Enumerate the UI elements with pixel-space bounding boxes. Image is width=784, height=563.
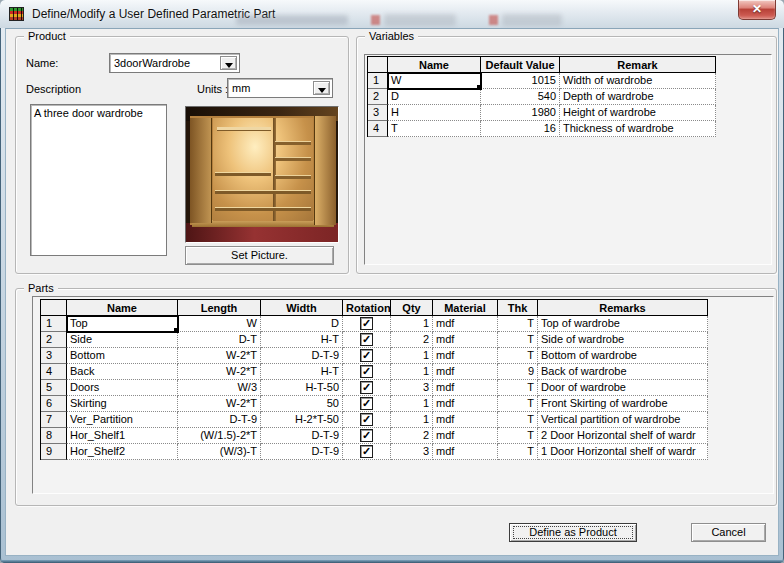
part-material-cell[interactable]: mdf — [433, 380, 498, 396]
define-as-product-button[interactable]: Define as Product — [509, 523, 637, 542]
rotation-checkbox[interactable]: ✓ — [360, 397, 373, 410]
part-width-cell[interactable]: H-T — [261, 364, 343, 380]
part-material-cell[interactable]: mdf — [433, 348, 498, 364]
product-name-combobox[interactable]: 3doorWardrobe — [109, 53, 240, 73]
description-textarea[interactable]: A three door wardrobe — [30, 104, 167, 256]
part-length-cell[interactable]: W — [178, 316, 261, 332]
variable-remark-cell[interactable]: Thickness of wardrobe — [560, 121, 716, 137]
part-qty-cell[interactable]: 3 — [391, 444, 433, 460]
part-name-cell[interactable]: Doors — [67, 380, 178, 396]
row-number-cell[interactable]: 9 — [41, 444, 67, 460]
rotation-checkbox[interactable]: ✓ — [360, 381, 373, 394]
part-qty-cell[interactable]: 1 — [391, 364, 433, 380]
row-number-cell[interactable]: 3 — [368, 105, 388, 121]
part-length-cell[interactable]: (W/1.5)-2*T — [178, 428, 261, 444]
variable-default-value-cell[interactable]: 1015 — [481, 73, 560, 89]
part-width-cell[interactable]: H-T-50 — [261, 380, 343, 396]
row-number-cell[interactable]: 5 — [41, 380, 67, 396]
set-picture-button[interactable]: Set Picture. — [185, 246, 334, 265]
part-qty-cell[interactable]: 1 — [391, 412, 433, 428]
part-width-cell[interactable]: D-T-9 — [261, 444, 343, 460]
units-combobox[interactable]: mm — [227, 78, 333, 98]
variable-remark-cell[interactable]: Height of wardrobe — [560, 105, 716, 121]
part-material-cell[interactable]: mdf — [433, 332, 498, 348]
table-row[interactable]: 1 Top W D ✓ 1 mdf T Top of wardrobe — [41, 316, 708, 332]
row-number-cell[interactable]: 1 — [368, 73, 388, 89]
part-length-cell[interactable]: W-2*T — [178, 348, 261, 364]
part-name-cell[interactable]: Hor_Shelf2 — [67, 444, 178, 460]
row-number-cell[interactable]: 1 — [41, 316, 67, 332]
variable-name-cell[interactable]: T — [388, 121, 481, 137]
variable-default-value-cell[interactable]: 540 — [481, 89, 560, 105]
table-row[interactable]: 8 Hor_Shelf1 (W/1.5)-2*T D-T-9 ✓ 2 mdf T — [41, 428, 708, 444]
part-rotation-cell[interactable]: ✓ — [343, 428, 391, 444]
table-row[interactable]: 7 Ver_Partition D-T-9 H-2*T-50 ✓ 1 mdf T — [41, 412, 708, 428]
row-number-cell[interactable]: 2 — [368, 89, 388, 105]
part-length-cell[interactable]: W-2*T — [178, 396, 261, 412]
part-name-cell[interactable]: Top — [67, 316, 178, 332]
part-length-cell[interactable]: D-T-9 — [178, 412, 261, 428]
table-row[interactable]: 1 W 1015 Width of wardrobe — [368, 73, 716, 89]
table-row[interactable]: 4 Back W-2*T H-T ✓ 1 mdf 9 Back of w — [41, 364, 708, 380]
part-width-cell[interactable]: D-T-9 — [261, 348, 343, 364]
part-rotation-cell[interactable]: ✓ — [343, 380, 391, 396]
title-bar[interactable]: Define/Modify a User Defined Parametric … — [0, 0, 784, 28]
part-thk-cell[interactable]: T — [498, 444, 538, 460]
variable-name-cell[interactable]: D — [388, 89, 481, 105]
table-row[interactable]: 5 Doors W/3 H-T-50 ✓ 3 mdf T Door of — [41, 380, 708, 396]
part-thk-cell[interactable]: T — [498, 316, 538, 332]
part-thk-cell[interactable]: T — [498, 380, 538, 396]
row-number-cell[interactable]: 4 — [368, 121, 388, 137]
table-row[interactable]: 3 H 1980 Height of wardrobe — [368, 105, 716, 121]
part-material-cell[interactable]: mdf — [433, 364, 498, 380]
part-remarks-cell[interactable]: Side of wardrobe — [538, 332, 708, 348]
variable-name-cell[interactable]: W — [388, 73, 481, 89]
part-remarks-cell[interactable]: Top of wardrobe — [538, 316, 708, 332]
close-button[interactable]: ✕ — [738, 0, 776, 20]
part-remarks-cell[interactable]: Front Skirting of wardrobe — [538, 396, 708, 412]
rotation-checkbox[interactable]: ✓ — [360, 349, 373, 362]
variable-default-value-cell[interactable]: 1980 — [481, 105, 560, 121]
table-row[interactable]: 2 D 540 Depth of wardrobe — [368, 89, 716, 105]
part-rotation-cell[interactable]: ✓ — [343, 412, 391, 428]
part-rotation-cell[interactable]: ✓ — [343, 348, 391, 364]
row-number-cell[interactable]: 7 — [41, 412, 67, 428]
rotation-checkbox[interactable]: ✓ — [360, 445, 373, 458]
part-name-cell[interactable]: Side — [67, 332, 178, 348]
part-qty-cell[interactable]: 1 — [391, 396, 433, 412]
dropdown-button[interactable] — [220, 56, 237, 70]
part-width-cell[interactable]: D — [261, 316, 343, 332]
dropdown-button[interactable] — [313, 81, 330, 95]
part-name-cell[interactable]: Back — [67, 364, 178, 380]
table-row[interactable]: 4 T 16 Thickness of wardrobe — [368, 121, 716, 137]
part-width-cell[interactable]: D-T-9 — [261, 428, 343, 444]
table-row[interactable]: 6 Skirting W-2*T 50 ✓ 1 mdf T Front — [41, 396, 708, 412]
variable-remark-cell[interactable]: Width of wardrobe — [560, 73, 716, 89]
part-thk-cell[interactable]: T — [498, 348, 538, 364]
part-rotation-cell[interactable]: ✓ — [343, 364, 391, 380]
part-material-cell[interactable]: mdf — [433, 396, 498, 412]
part-rotation-cell[interactable]: ✓ — [343, 316, 391, 332]
part-width-cell[interactable]: H-2*T-50 — [261, 412, 343, 428]
variable-remark-cell[interactable]: Depth of wardrobe — [560, 89, 716, 105]
part-thk-cell[interactable]: T — [498, 332, 538, 348]
part-material-cell[interactable]: mdf — [433, 428, 498, 444]
part-thk-cell[interactable]: T — [498, 412, 538, 428]
table-row[interactable]: 9 Hor_Shelf2 (W/3)-T D-T-9 ✓ 3 mdf T — [41, 444, 708, 460]
part-name-cell[interactable]: Ver_Partition — [67, 412, 178, 428]
part-name-cell[interactable]: Hor_Shelf1 — [67, 428, 178, 444]
rotation-checkbox[interactable]: ✓ — [360, 317, 373, 330]
part-remarks-cell[interactable]: Door of wardrobe — [538, 380, 708, 396]
part-length-cell[interactable]: (W/3)-T — [178, 444, 261, 460]
part-thk-cell[interactable]: T — [498, 428, 538, 444]
cancel-button[interactable]: Cancel — [691, 523, 766, 542]
part-thk-cell[interactable]: T — [498, 396, 538, 412]
row-number-cell[interactable]: 4 — [41, 364, 67, 380]
variable-default-value-cell[interactable]: 16 — [481, 121, 560, 137]
part-material-cell[interactable]: mdf — [433, 444, 498, 460]
row-number-cell[interactable]: 6 — [41, 396, 67, 412]
part-rotation-cell[interactable]: ✓ — [343, 332, 391, 348]
part-remarks-cell[interactable]: Back of wardrobe — [538, 364, 708, 380]
rotation-checkbox[interactable]: ✓ — [360, 365, 373, 378]
part-length-cell[interactable]: D-T — [178, 332, 261, 348]
